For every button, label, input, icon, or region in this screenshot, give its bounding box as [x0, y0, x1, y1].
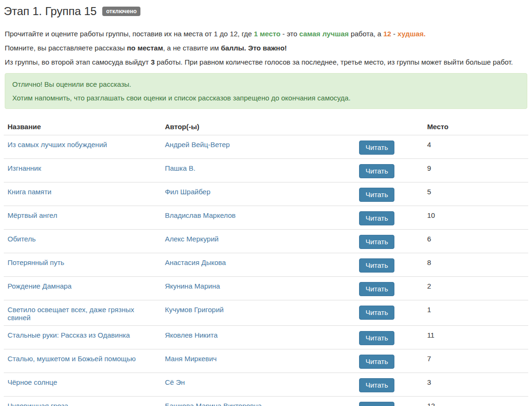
story-author-link[interactable]: Пашка В.: [165, 164, 196, 172]
table-row: Мёртвый ангел Владислав Маркелов Читать …: [4, 206, 528, 230]
header-title: Название: [4, 118, 161, 135]
story-title-link[interactable]: Стальные руки: Рассказ из Одавинка: [8, 331, 130, 339]
story-title-link[interactable]: Светило освещает всех, даже грязных свин…: [8, 306, 134, 322]
story-author-link[interactable]: Сё Эн: [165, 378, 185, 386]
read-button[interactable]: Читать: [359, 282, 395, 296]
story-title-link[interactable]: Обитель: [8, 235, 36, 243]
first-place-highlight: 1 место: [254, 30, 280, 38]
read-button[interactable]: Читать: [359, 235, 395, 249]
place-value: 7: [427, 355, 431, 363]
instruction-text: работа, а: [349, 30, 383, 38]
place-value: 9: [427, 164, 431, 172]
story-author-link[interactable]: Маня Миркевич: [165, 355, 217, 363]
story-author-link[interactable]: Якунина Марина: [165, 282, 220, 290]
read-button[interactable]: Читать: [359, 258, 395, 273]
page-title: Этап 1. Группа 15: [4, 5, 97, 17]
story-title-link[interactable]: Рождение Дамнара: [8, 282, 72, 290]
alert-line-rated: Отлично! Вы оценили все рассказы.: [12, 80, 520, 89]
read-button[interactable]: Читать: [359, 141, 395, 155]
story-title-link[interactable]: Изгнанник: [8, 164, 41, 172]
story-title-link[interactable]: Из самых лучших побуждений: [8, 141, 107, 149]
read-button[interactable]: Читать: [359, 306, 395, 320]
header-place: Место: [423, 118, 528, 135]
story-author-link[interactable]: Кучумов Григорий: [165, 306, 224, 314]
place-value: 6: [427, 235, 431, 243]
place-value: 3: [427, 378, 431, 386]
instruction-remember: Помните, вы расставляете рассказы по мес…: [5, 43, 527, 52]
read-button[interactable]: Читать: [359, 211, 395, 225]
places-bold: по местам: [127, 44, 163, 52]
table-row: Рождение Дамнара Якунина Марина Читать 2: [4, 277, 528, 300]
table-row: Изгнанник Пашка В. Читать 9: [4, 159, 528, 182]
story-author-link[interactable]: Фил Шрайбер: [165, 188, 211, 196]
instruction-text: Из группы, во второй этап самосуда выйду…: [5, 58, 151, 66]
table-row: Чёрное солнце Сё Эн Читать 3: [4, 373, 528, 397]
story-author-link[interactable]: Алекс Меркурий: [165, 235, 219, 243]
place-value: 2: [427, 282, 431, 290]
alert-line-reminder: Хотим напомнить, что разглашать свои оце…: [12, 93, 520, 102]
table-row: Сталью, мушкетом и Божьей помощью Маня М…: [4, 349, 528, 373]
story-author-link[interactable]: Андрей Вейц-Ветер: [165, 141, 230, 149]
instruction-rate: Прочитайте и оцените работы группы, пост…: [5, 29, 527, 38]
table-row: Потерянный путь Анастасия Дыкова Читать …: [4, 253, 528, 277]
header-authors: Автор(-ы): [161, 118, 355, 135]
instruction-text: , а не ставите им: [163, 44, 221, 52]
story-title-link[interactable]: Мёртвый ангел: [8, 211, 57, 219]
table-row: Стальные руки: Рассказ из Одавинка Яковл…: [4, 326, 528, 349]
instruction-text: - это: [280, 30, 299, 38]
story-author-link[interactable]: Анастасия Дыкова: [165, 258, 226, 266]
place-value: 5: [427, 188, 431, 196]
success-alert: Отлично! Вы оценили все рассказы. Хотим …: [5, 73, 527, 109]
story-table-body: Из самых лучших побуждений Андрей Вейц-В…: [4, 135, 528, 406]
story-author-link[interactable]: Владислав Маркелов: [165, 211, 236, 219]
story-author-link[interactable]: Башкова Марина Викторовна: [165, 402, 262, 406]
instruction-text: работы. При равном количестве голосов за…: [155, 58, 513, 66]
page-container: Этап 1. Группа 15 отключено Прочитайте и…: [0, 5, 532, 406]
worst-highlight: худшая.: [397, 30, 426, 38]
place-value: 8: [427, 258, 431, 266]
points-bold: баллы.: [221, 44, 246, 52]
story-author-link[interactable]: Яковлев Никита: [165, 331, 218, 339]
read-button[interactable]: Читать: [359, 164, 395, 178]
read-button[interactable]: Читать: [359, 378, 395, 392]
story-title-link[interactable]: Чёрное солнце: [8, 378, 57, 386]
instruction-text: Помните, вы расставляете рассказы: [5, 44, 127, 52]
last-place-highlight: 12: [383, 30, 391, 38]
story-title-link[interactable]: Книга памяти: [8, 188, 51, 196]
story-title-link[interactable]: Потерянный путь: [8, 258, 64, 266]
read-button[interactable]: Читать: [359, 402, 395, 406]
instruction-text: Прочитайте и оцените работы группы, пост…: [5, 30, 254, 38]
stories-table: Название Автор(-ы) Место Из самых лучших…: [4, 118, 528, 406]
important-bold: Это важно!: [248, 44, 286, 52]
table-row: Светило освещает всех, даже грязных свин…: [4, 300, 528, 326]
advance-count-bold: 3: [151, 58, 155, 66]
place-value: 1: [427, 306, 431, 314]
page-header: Этап 1. Группа 15 отключено: [4, 5, 528, 18]
place-value: 12: [427, 402, 435, 406]
place-value: 10: [427, 211, 435, 219]
header-read: [355, 118, 424, 135]
story-title-link[interactable]: Чудовищная гроза: [8, 402, 68, 406]
instruction-group-info: Из группы, во второй этап самосуда выйду…: [5, 58, 527, 66]
read-button[interactable]: Читать: [359, 331, 395, 345]
story-title-link[interactable]: Сталью, мушкетом и Божьей помощью: [8, 355, 136, 363]
read-button[interactable]: Читать: [359, 188, 395, 202]
table-row: Книга памяти Фил Шрайбер Читать 5: [4, 182, 528, 206]
table-row: Из самых лучших побуждений Андрей Вейц-В…: [4, 135, 528, 159]
table-row: Обитель Алекс Меркурий Читать 6: [4, 230, 528, 253]
read-button[interactable]: Читать: [359, 355, 395, 369]
status-badge: отключено: [102, 7, 140, 16]
stories-table-head: Название Автор(-ы) Место: [4, 118, 528, 135]
best-highlight: самая лучшая: [299, 30, 349, 38]
instruction-text: -: [391, 30, 397, 38]
place-value: 4: [427, 141, 431, 149]
place-value: 11: [427, 331, 434, 339]
table-row: Чудовищная гроза Башкова Марина Викторов…: [4, 397, 528, 406]
